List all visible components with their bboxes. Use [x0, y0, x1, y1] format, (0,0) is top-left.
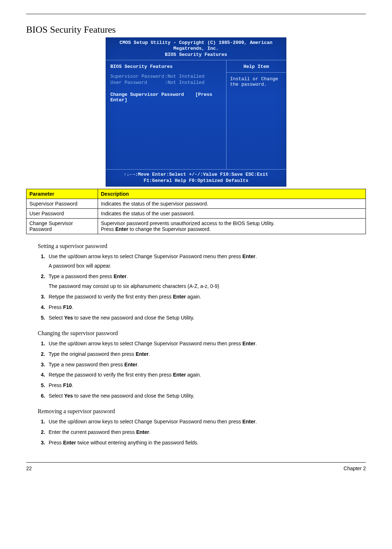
steps-changing: Use the up/down arrow keys to select Cha… [46, 340, 366, 399]
cell-desc-line2b: Enter [115, 226, 128, 232]
step-tail: . [149, 429, 151, 435]
step-tail: . [149, 351, 150, 357]
page-title: BIOS Security Features [26, 24, 366, 35]
bios-supervisor-label: Supervisor Password [110, 74, 165, 79]
step-text: Select [49, 315, 64, 321]
step-text: Retype the password to verify the first … [49, 372, 173, 378]
step-text: Retype the password to verify the first … [49, 294, 173, 300]
cell-param: Supervisor Password [26, 199, 98, 208]
step-text: Press [49, 304, 63, 310]
cell-param: Change Supervisor Password [26, 218, 98, 234]
step-text: Type the original password then press [49, 351, 136, 357]
step-bold: F10 [63, 382, 72, 388]
page-number: 22 [26, 465, 32, 471]
bios-help-text: Install or Change the password. [230, 76, 282, 87]
step-tail: . [256, 419, 257, 424]
cell-desc: Supervisor password prevents unauthorize… [98, 218, 366, 234]
step-tail: . [137, 362, 139, 367]
list-item: Retype the password to verify the first … [46, 371, 366, 378]
bios-left-header: BIOS Security Features [110, 64, 222, 69]
list-item: Use the up/down arrow keys to select Cha… [46, 340, 366, 347]
list-item: Press Enter twice without entering anyth… [46, 439, 366, 446]
list-item: Enter the current password then press En… [46, 429, 366, 436]
bios-footer-line2: F1:General Help F9:Optimized Defaults [109, 178, 283, 184]
step-bold: Enter [124, 362, 138, 367]
bios-title-line2: BIOS Security Features [108, 52, 284, 58]
steps-setting: Use the up/down arrow keys to select Cha… [46, 253, 366, 321]
parameter-table: Parameter Description Supervisor Passwor… [26, 189, 366, 234]
step-bold: Enter [242, 341, 256, 346]
list-item: Use the up/down arrow keys to select Cha… [46, 418, 366, 425]
list-item: Retype the password to verify the first … [46, 293, 366, 300]
step-text: Press [49, 382, 63, 388]
steps-removing: Use the up/down arrow keys to select Cha… [46, 418, 366, 446]
step-tail: to save the new password and close the S… [73, 393, 194, 399]
step-text: Type a password then press [49, 273, 114, 279]
step-bold: Enter [114, 273, 127, 279]
step-text: Type a new password then press [49, 362, 124, 367]
step-tail: . [72, 382, 73, 388]
subhead-removing: Removing a supervisor password [38, 408, 366, 415]
step-text: Use the up/down arrow keys to select Cha… [49, 253, 242, 259]
step-bold: Enter [136, 351, 149, 357]
table-header-row: Parameter Description [26, 189, 366, 199]
bios-help-header: Help Item [226, 60, 286, 73]
step-tail: . [127, 273, 128, 279]
step-text: Press [49, 440, 63, 446]
subhead-setting: Setting a supervisor password [38, 243, 366, 249]
step-subline: A password box will appear. [49, 263, 366, 269]
bios-screenshot: CMOS Setup Utility - Copyright (C) 1985-… [106, 37, 286, 187]
step-bold: Enter [63, 440, 76, 446]
table-row: Supervisor Password Indicates the status… [26, 199, 366, 208]
bios-body: BIOS Security Features Supervisor Passwo… [106, 60, 286, 170]
list-item: Type a new password then press Enter. [46, 361, 366, 368]
bios-footer: ↑↓←→:Move Enter:Select +/-/:Value F10:Sa… [106, 170, 286, 186]
bios-supervisor-row: Supervisor Password :Not Installed [110, 74, 222, 79]
list-item: Type the original password then press En… [46, 351, 366, 358]
subhead-changing: Changing the supervisor password [38, 330, 366, 337]
cell-desc-line2c: to change the Supervisor password. [128, 226, 211, 232]
step-subline: The password may consist up to six alpha… [49, 283, 366, 290]
step-tail: twice without entering anything in the p… [76, 440, 199, 446]
list-item: Press F10. [46, 304, 366, 311]
bios-left-pane: BIOS Security Features Supervisor Passwo… [106, 60, 226, 169]
bios-change-pw-row: Change Supervisor Password [Press Enter] [110, 92, 222, 103]
cell-desc-line2a: Press [101, 226, 115, 232]
th-description: Description [98, 189, 366, 199]
page-footer: 22 Chapter 2 [26, 462, 366, 471]
step-bold: Enter [173, 372, 186, 378]
step-text: Use the up/down arrow keys to select Cha… [49, 341, 242, 346]
cell-param: User Password [26, 208, 98, 218]
table-row: User Password Indicates the status of th… [26, 208, 366, 218]
list-item: Use the up/down arrow keys to select Cha… [46, 253, 366, 270]
bios-user-row: User Password :Not Installed [110, 80, 222, 85]
step-bold: Enter [242, 253, 256, 259]
list-item: Select Yes to save the new password and … [46, 314, 366, 321]
step-tail: . [256, 253, 257, 259]
step-tail: . [256, 341, 257, 346]
step-text: Select [49, 393, 64, 399]
list-item: Press F10. [46, 382, 366, 389]
step-bold: Yes [64, 315, 73, 321]
step-bold: F10 [63, 304, 72, 310]
step-tail: to save the new password and close the S… [73, 315, 194, 321]
cell-desc: Indicates the status of the user passwor… [98, 208, 366, 218]
cell-desc-line1: Supervisor password prevents unauthorize… [101, 220, 274, 226]
step-text: Enter the current password then press [49, 429, 136, 435]
bios-supervisor-value: :Not Installed [165, 74, 204, 79]
bios-footer-line1: ↑↓←→:Move Enter:Select +/-/:Value F10:Sa… [109, 172, 283, 178]
step-tail: again. [186, 372, 201, 378]
page-chapter: Chapter 2 [344, 465, 366, 471]
list-item: Type a password then press Enter. The pa… [46, 273, 366, 290]
bios-titlebar: CMOS Setup Utility - Copyright (C) 1985-… [106, 38, 286, 60]
bios-user-value: :Not Installed [165, 80, 204, 85]
bios-change-pw-label: Change Supervisor Password [110, 92, 184, 97]
table-row: Change Supervisor Password Supervisor pa… [26, 218, 366, 234]
th-parameter: Parameter [26, 189, 98, 199]
step-text: Use the up/down arrow keys to select Cha… [49, 419, 242, 424]
step-tail: again. [186, 294, 201, 300]
bios-title-line1: CMOS Setup Utility - Copyright (C) 1985-… [108, 40, 284, 52]
step-tail: . [72, 304, 73, 310]
step-bold: Yes [64, 393, 73, 399]
step-bold: Enter [173, 294, 186, 300]
